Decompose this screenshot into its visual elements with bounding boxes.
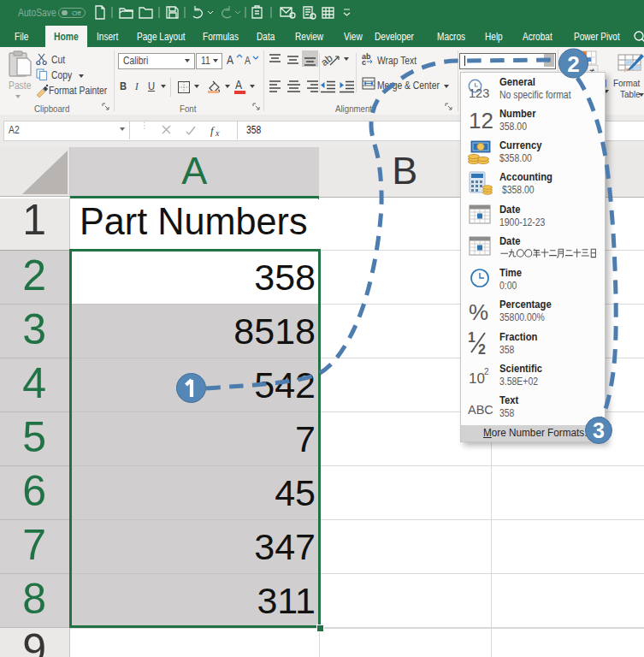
svg-text:2: 2	[484, 367, 489, 376]
svg-text:2: 2	[478, 342, 486, 357]
svg-text:ABC: ABC	[468, 403, 493, 417]
svg-text:%: %	[469, 299, 488, 325]
svg-text:x: x	[215, 128, 220, 138]
svg-text:c: c	[362, 58, 366, 66]
svg-text:12: 12	[469, 108, 493, 133]
svg-text:10: 10	[469, 370, 485, 387]
svg-text:ab: ab	[322, 52, 335, 68]
svg-text:1: 1	[468, 330, 476, 345]
svg-text:123: 123	[469, 86, 489, 100]
